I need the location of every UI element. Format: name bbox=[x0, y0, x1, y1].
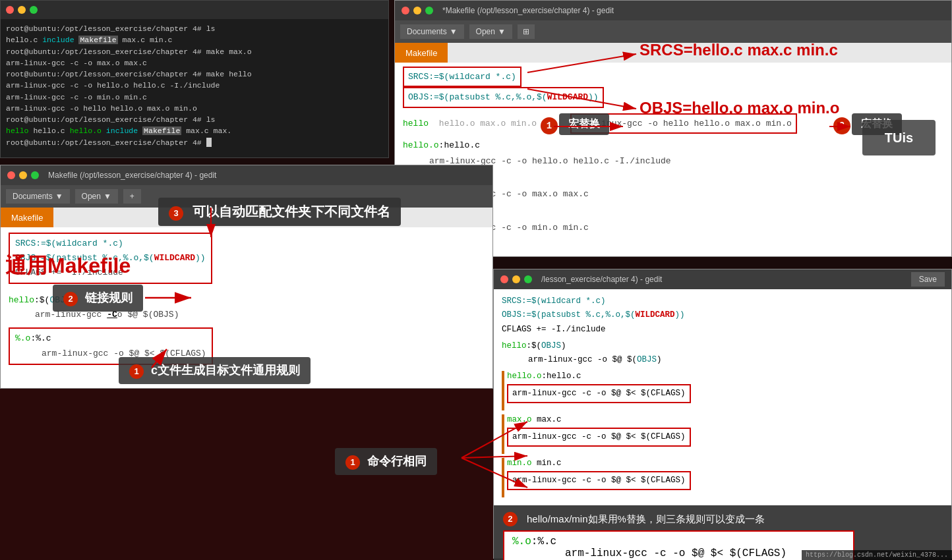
gedit-mid-min[interactable] bbox=[19, 171, 27, 179]
br-min-o-line: min.o min.c bbox=[507, 457, 691, 470]
gedit-br-content: SRCS:=$(wildcard *.c) OBJS:=$(patsubst %… bbox=[494, 289, 951, 503]
close-dot[interactable] bbox=[6, 6, 14, 14]
percent-rule-line: %.o:%.c bbox=[15, 331, 206, 346]
term-line-6: arm-linux-gcc -c -o hello.o hello.c -I./… bbox=[6, 80, 383, 91]
srcs-line-box: SRCS:=$(wildcard *.c) bbox=[403, 67, 943, 87]
term-line-8: arm-linux-gcc -o hello hello.o max.o min… bbox=[6, 103, 383, 114]
gedit-top-titlebar: *Makefile (/opt/lesson_exercise/chapter … bbox=[395, 1, 951, 20]
tuis-badge: TUis bbox=[862, 120, 936, 155]
tab-label-mid: Makefile bbox=[11, 213, 43, 223]
objs-code: OBJS:=$(patsubst %.c,%.o,$( bbox=[408, 92, 547, 102]
makefile-tab-mid[interactable]: Makefile bbox=[1, 208, 53, 227]
chevron-down-icon-2: ▼ bbox=[498, 27, 506, 36]
br-min-o-cmd-box: arm-linux-gcc -c -o $@ $< $(CFLAGS) bbox=[507, 471, 691, 490]
term-line-11: root@ubuntu:/opt/lesson_exercise/chapter… bbox=[6, 137, 383, 148]
srcs-annotation: SRCS=hello.c max.c min.c bbox=[640, 41, 838, 59]
gedit-mid-titlebar: Makefile (/opt/lesson_exercise/chapter 4… bbox=[1, 165, 492, 185]
documents-label: Documents bbox=[407, 27, 447, 36]
gedit-min-dot[interactable] bbox=[413, 7, 421, 14]
br-srcs: SRCS:=$(wildcard *.c) bbox=[502, 294, 943, 308]
gedit-mid-title: Makefile (/opt/lesson_exercise/chapter 4… bbox=[48, 171, 216, 180]
badge-mlxt: 1 bbox=[345, 455, 360, 470]
br-cflags: CFLAGS += -I./include bbox=[502, 323, 943, 337]
gedit-br-close[interactable] bbox=[500, 275, 508, 283]
gedit-close-dot[interactable] bbox=[402, 7, 409, 14]
open-label-mid: Open bbox=[82, 192, 101, 201]
gedit-br-min[interactable] bbox=[512, 275, 520, 283]
open-label: Open bbox=[476, 27, 495, 36]
docs-label-mid: Documents bbox=[13, 192, 53, 201]
objs-annotation: OBJS=hello.o max.o min.o bbox=[640, 99, 839, 117]
badge-lj: 2 bbox=[63, 292, 78, 306]
br-bottom-percent-cmd: arm-linux-gcc -c -o $@ $< $(CFLAGS) bbox=[512, 547, 845, 559]
term-line-3: root@ubuntu:/opt/lesson_exercise/chapter… bbox=[6, 46, 383, 57]
gedit-top-title: *Makefile (/opt/lesson_exercise/chapter … bbox=[442, 6, 614, 15]
makefile-tab[interactable]: Makefile bbox=[395, 43, 448, 63]
documents-btn-mid[interactable]: Documents ▼ bbox=[6, 189, 70, 204]
srcs-box: SRCS:=$(wildcard *.c) bbox=[403, 67, 521, 87]
srcs-mid: SRCS:=$(wildcard *.c) bbox=[15, 237, 206, 251]
gedit-br-title: /lesson_exercise/chapter 4) - gedit bbox=[541, 275, 662, 284]
save-button-br[interactable]: Save bbox=[911, 272, 945, 287]
term-line-1: root@ubuntu:/opt/lesson_exercise/chapter… bbox=[6, 23, 383, 34]
badge-cf: 1 bbox=[129, 364, 144, 379]
term-line-4: arm-linux-gcc -c -o max.o max.c bbox=[6, 57, 383, 69]
gedit-mid-close[interactable] bbox=[7, 171, 15, 179]
chevron-open-mid: ▼ bbox=[104, 192, 111, 201]
terminal-titlebar bbox=[1, 1, 388, 19]
term-line-7: arm-linux-gcc -c -o min.o min.c bbox=[6, 92, 383, 103]
badge-3: 3 bbox=[169, 206, 183, 221]
open-button-top[interactable]: Open ▼ bbox=[469, 24, 512, 39]
br-hello-o-line: hello.o:hello.c bbox=[507, 370, 691, 383]
term-line-2: hello.c include Makefile max.c min.c bbox=[6, 34, 383, 45]
gedit-mid-max[interactable] bbox=[31, 171, 39, 179]
br-max-o-group: max.o max.c arm-linux-gcc -c -o $@ $< $(… bbox=[502, 413, 943, 454]
chevron-down-icon: ▼ bbox=[450, 27, 458, 36]
ming-ling-xiang-tong-label: 1 命令行相同 bbox=[335, 448, 437, 475]
save-btn-mid[interactable]: + bbox=[123, 189, 141, 204]
maximize-dot[interactable] bbox=[30, 6, 38, 14]
badge-1-circle: 1 bbox=[541, 117, 558, 134]
huan-ti-huan-label-1: 宏替换 bbox=[559, 113, 609, 135]
lian-jie-guize-label: 2 链接规则 bbox=[53, 285, 143, 312]
open-btn-mid[interactable]: Open ▼ bbox=[75, 189, 118, 204]
zi-dong-pi-pei-label: 3 可以自动匹配文件夹下不同文件名 bbox=[158, 198, 401, 226]
gedit-max-dot[interactable] bbox=[425, 7, 433, 14]
objs-code-end: )) bbox=[588, 92, 599, 102]
hello-target: hello bbox=[403, 119, 429, 128]
minimize-dot[interactable] bbox=[18, 6, 26, 14]
gedit-bottomright: /lesson_exercise/chapter 4) - gedit Save… bbox=[493, 269, 952, 559]
wildcard-highlight: WILDCARD bbox=[547, 92, 588, 102]
badge-2-circle: 2 bbox=[833, 117, 850, 134]
br-max-o-cmd-box: arm-linux-gcc -c -o $@ $< $(CFLAGS) bbox=[507, 428, 691, 447]
hello-max-min-tip: hello/max/min如果用%替换，则三条规则可以变成一条 bbox=[527, 513, 765, 526]
br-hello: hello:$(OBJS) bbox=[502, 339, 943, 353]
br-hello-cmd: arm-linux-gcc -o $@ $(OBJS) bbox=[502, 353, 943, 367]
objs-box: OBJS:=$(patsubst %.c,%.o,$(WILDCARD)) bbox=[403, 87, 604, 107]
br-max-o-line: max.o max.c bbox=[507, 413, 691, 427]
tuis-label: TUis bbox=[885, 130, 913, 146]
url-bar: https://blog.csdn.net/weixin_4378... bbox=[802, 550, 952, 560]
terminal-topleft: root@ubuntu:/opt/lesson_exercise/chapter… bbox=[0, 0, 389, 158]
gedit-br-titlebar: /lesson_exercise/chapter 4) - gedit Save bbox=[494, 269, 951, 289]
documents-button[interactable]: Documents ▼ bbox=[400, 24, 464, 39]
br-hello-o-cmd-box: arm-linux-gcc -c -o $@ $< $(CFLAGS) bbox=[507, 384, 691, 403]
br-bottom-percent-line: %.o:%.c bbox=[512, 536, 845, 547]
save-icon-button[interactable]: ⊞ bbox=[518, 24, 535, 39]
tong-yong-makefile-title: 通用Makefile bbox=[5, 252, 131, 281]
terminal-body: root@ubuntu:/opt/lesson_exercise/chapter… bbox=[1, 19, 388, 152]
term-line-9: root@ubuntu:/opt/lesson_exercise/chapter… bbox=[6, 114, 383, 125]
term-line-5: root@ubuntu:/opt/lesson_exercise/chapter… bbox=[6, 69, 383, 80]
makefile-tab-label: Makefile bbox=[405, 48, 437, 58]
br-min-o-group: min.o min.c arm-linux-gcc -c -o $@ $< $(… bbox=[502, 457, 943, 497]
c-file-guize-label: 1 c文件生成目标文件通用规则 bbox=[119, 357, 311, 384]
br-objs: OBJS:=$(patsubst %.c,%.o,$(WILDCARD)) bbox=[502, 308, 943, 322]
gedit-br-max[interactable] bbox=[524, 275, 532, 283]
gedit-top-toolbar: Documents ▼ Open ▼ ⊞ bbox=[395, 20, 951, 43]
br-hello-o-group: hello.o:hello.c arm-linux-gcc -c -o $@ $… bbox=[502, 370, 943, 410]
badge-br-2: 2 bbox=[503, 512, 518, 526]
srcs-code: SRCS:=$(wildcard *.c) bbox=[408, 72, 516, 82]
chevron-mid: ▼ bbox=[55, 192, 63, 201]
term-line-10: hello hello.c hello.o include Makefile m… bbox=[6, 125, 383, 136]
